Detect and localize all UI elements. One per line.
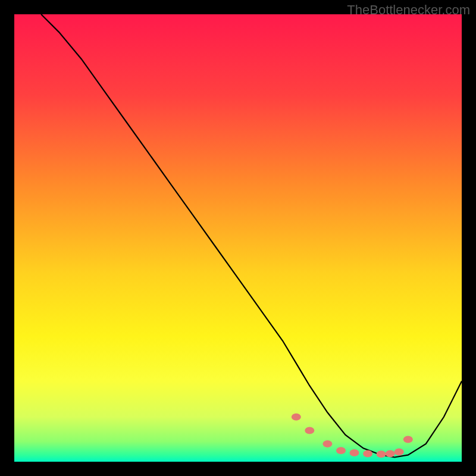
- highlight-marker: [305, 427, 314, 434]
- highlight-marker: [292, 414, 301, 421]
- highlight-marker: [403, 436, 413, 443]
- highlight-marker: [322, 440, 332, 447]
- highlight-marker: [386, 450, 395, 458]
- gradient-background: [14, 14, 462, 462]
- highlight-marker: [363, 450, 372, 458]
- highlight-marker: [350, 449, 359, 456]
- chart-plot-area: [14, 14, 462, 462]
- watermark-text: TheBottlenecker.com: [347, 2, 470, 18]
- highlight-marker: [394, 449, 404, 456]
- chart-svg: [14, 14, 462, 462]
- highlight-marker: [336, 447, 346, 454]
- highlight-marker: [377, 450, 386, 458]
